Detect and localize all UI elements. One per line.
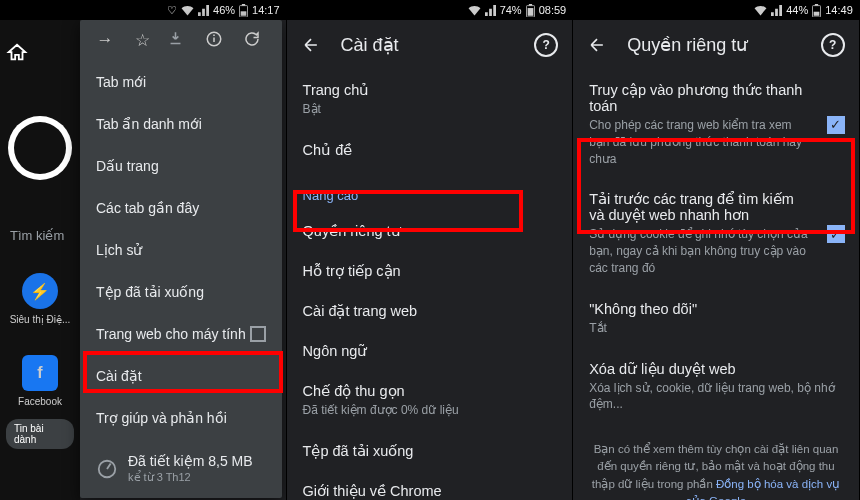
setting-do-not-track[interactable]: "Không theo dõi" Tắt (573, 289, 859, 349)
menu-bookmarks[interactable]: Dấu trang (80, 145, 282, 187)
svg-rect-2 (241, 11, 247, 15)
status-bar: ♡ 46% 14:17 (0, 0, 286, 20)
advanced-header: Nâng cao (287, 170, 573, 211)
chrome-overflow-menu: → ☆ Tab mới Tab ẩn danh mới Dấu trang Cá… (80, 20, 282, 498)
setting-about-chrome[interactable]: Giới thiệu về Chrome (287, 471, 573, 500)
app-label: Facebook (18, 396, 62, 407)
phone-2-settings: 74% 08:59 Cài đặt ? Trang chủ Bật Chủ đề… (287, 0, 574, 500)
help-icon[interactable]: ? (534, 33, 558, 57)
desktop-site-checkbox[interactable] (250, 326, 266, 342)
wifi-icon (754, 5, 767, 16)
wifi-icon (181, 5, 194, 16)
battery-icon (526, 4, 535, 17)
svg-rect-1 (242, 4, 245, 6)
payment-access-checkbox[interactable]: ✓ (827, 116, 845, 134)
star-icon[interactable]: ☆ (129, 30, 157, 51)
menu-new-tab[interactable]: Tab mới (80, 61, 282, 103)
suggestion-chip[interactable]: Tin bài dành (6, 419, 74, 449)
battery-percent: 74% (500, 4, 522, 16)
menu-downloads[interactable]: Tệp đã tải xuống (80, 271, 282, 313)
clock: 14:49 (825, 4, 853, 16)
setting-clear-browsing-data[interactable]: Xóa dữ liệu duyệt web Xóa lịch sử, cooki… (573, 349, 859, 426)
status-bar: 74% 08:59 (287, 0, 573, 20)
help-icon[interactable]: ? (821, 33, 845, 57)
phone-1-chrome-menu: ♡ 46% 14:17 Tìm kiếm ⚡ Siêu thị Điệ... f… (0, 0, 287, 500)
setting-privacy[interactable]: Quyền riêng tư (287, 211, 573, 251)
signal-icon (485, 5, 496, 16)
status-bar: 44% 14:49 (573, 0, 859, 20)
clock: 14:17 (252, 4, 280, 16)
search-input[interactable]: Tìm kiếm (0, 180, 80, 243)
data-saved-label: Đã tiết kiệm 8,5 MB (128, 453, 253, 469)
facebook-icon: f (22, 355, 58, 391)
preload-pages-checkbox[interactable]: ✓ (827, 225, 845, 243)
wifi-icon (468, 5, 481, 16)
app-shortcut-2[interactable]: f Facebook (0, 355, 80, 407)
menu-settings[interactable]: Cài đặt (80, 355, 282, 397)
data-saved-sub: kể từ 3 Th12 (128, 471, 253, 484)
setting-downloads[interactable]: Tệp đã tải xuống (287, 431, 573, 471)
setting-homepage[interactable]: Trang chủ Bật (287, 70, 573, 130)
svg-rect-4 (213, 38, 215, 43)
svg-rect-8 (529, 4, 532, 6)
battery-icon (239, 4, 248, 17)
svg-rect-9 (527, 8, 533, 16)
setting-lite-mode[interactable]: Chế độ thu gọn Đã tiết kiệm được 0% dữ l… (287, 371, 573, 431)
phone-3-privacy: 44% 14:49 Quyền riêng tư ? Truy cập vào … (573, 0, 860, 500)
privacy-footnote: Bạn có thể xem thêm tùy chọn cài đặt liê… (573, 425, 859, 500)
menu-recent-tabs[interactable]: Các tab gần đây (80, 187, 282, 229)
menu-incognito-tab[interactable]: Tab ẩn danh mới (80, 103, 282, 145)
battery-icon (812, 4, 821, 17)
refresh-icon[interactable] (243, 30, 271, 51)
battery-percent: 44% (786, 4, 808, 16)
menu-data-saver[interactable]: Đã tiết kiệm 8,5 MB kể từ 3 Th12 (80, 439, 282, 498)
battery-percent: 46% (213, 4, 235, 16)
setting-theme[interactable]: Chủ đề (287, 130, 573, 170)
app-label: Siêu thị Điệ... (10, 314, 71, 325)
chrome-home-backdrop: Tìm kiếm ⚡ Siêu thị Điệ... f Facebook Ti… (0, 20, 80, 500)
menu-desktop-site[interactable]: Trang web cho máy tính (80, 313, 282, 355)
home-icon[interactable] (0, 36, 80, 70)
signal-icon (198, 5, 209, 16)
svg-rect-11 (815, 4, 818, 6)
svg-rect-12 (814, 11, 820, 15)
chrome-logo (8, 116, 72, 180)
info-icon[interactable] (205, 30, 233, 51)
settings-topbar: Cài đặt ? (287, 20, 573, 70)
bolt-icon: ⚡ (22, 273, 58, 309)
setting-preload-pages[interactable]: Tải trước các trang để tìm kiếm và duyệt… (573, 179, 859, 288)
svg-rect-5 (213, 35, 215, 37)
page-title: Cài đặt (341, 34, 515, 56)
setting-accessibility[interactable]: Hỗ trợ tiếp cận (287, 251, 573, 291)
menu-help[interactable]: Trợ giúp và phản hồi (80, 397, 282, 439)
setting-site-settings[interactable]: Cài đặt trang web (287, 291, 573, 331)
page-title: Quyền riêng tư (627, 34, 801, 56)
heart-icon: ♡ (167, 4, 177, 17)
back-icon[interactable] (587, 35, 607, 55)
setting-payment-access[interactable]: Truy cập vào phương thức thanh toán Cho … (573, 70, 859, 179)
gauge-icon (96, 458, 118, 480)
menu-icon-row: → ☆ (80, 20, 282, 61)
clock: 08:59 (539, 4, 567, 16)
download-icon[interactable] (167, 30, 195, 51)
app-shortcut-1[interactable]: ⚡ Siêu thị Điệ... (0, 273, 80, 325)
privacy-topbar: Quyền riêng tư ? (573, 20, 859, 70)
back-icon[interactable] (301, 35, 321, 55)
setting-language[interactable]: Ngôn ngữ (287, 331, 573, 371)
menu-history[interactable]: Lịch sử (80, 229, 282, 271)
forward-icon[interactable]: → (91, 30, 119, 51)
signal-icon (771, 5, 782, 16)
